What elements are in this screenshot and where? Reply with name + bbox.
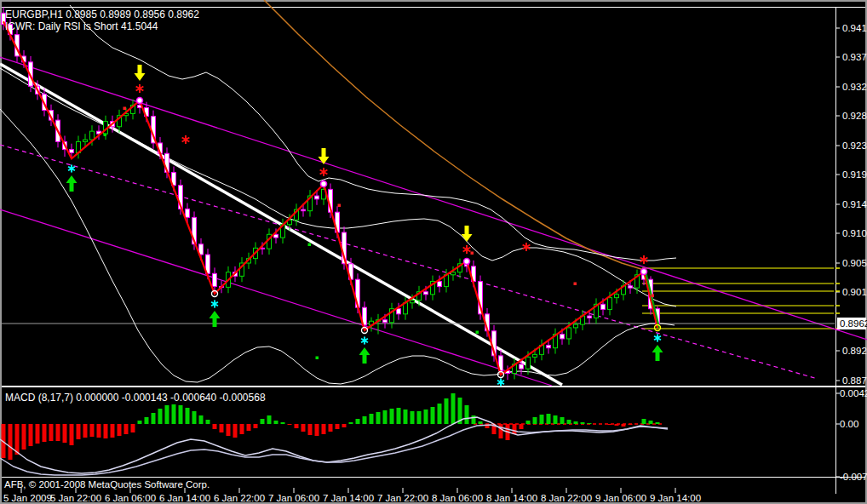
macd-hist-bar-up bbox=[158, 409, 163, 424]
macd-hist-bar-up bbox=[356, 419, 360, 424]
macd-hist-bar-up bbox=[533, 417, 537, 424]
green-dot bbox=[476, 331, 479, 335]
bear-candle bbox=[383, 320, 388, 323]
pivot-high-circle bbox=[137, 98, 143, 104]
macd-hist-bar-down bbox=[70, 424, 74, 445]
chart-window: 0.94150.93700.93250.92800.92350.91900.91… bbox=[0, 0, 867, 504]
macd-hist-bar-up bbox=[526, 421, 531, 424]
bear-candle bbox=[397, 309, 401, 314]
indicator-status-line: ICWR: Daily RSI is Short 41.5044 bbox=[5, 20, 158, 32]
macd-hist-bar-down bbox=[124, 424, 129, 434]
macd-hist-bar-up bbox=[349, 422, 353, 424]
macd-hist-bar-up bbox=[417, 411, 422, 424]
chart-svg: 0.94150.93700.93250.92800.92350.91900.91… bbox=[0, 0, 867, 504]
green-dot bbox=[316, 357, 319, 360]
time-axis-label: 8 Jan 06:00 bbox=[432, 493, 483, 503]
macd-hist-bar-up bbox=[451, 393, 456, 424]
macd-hist-bar-down bbox=[247, 424, 251, 431]
price-axis-label: 0.9280 bbox=[842, 111, 867, 121]
macd-hist-bar-down bbox=[43, 424, 47, 442]
macd-hist-bar-up bbox=[642, 419, 646, 424]
time-axis-label: 9 Jan 14:00 bbox=[650, 493, 701, 503]
macd-hist-bar-up bbox=[479, 421, 483, 424]
time-axis-label: 9 Jan 06:00 bbox=[595, 493, 646, 503]
macd-hist-bar-down bbox=[49, 424, 54, 441]
bear-candle bbox=[588, 316, 592, 318]
macd-hist-bar-down bbox=[499, 424, 503, 438]
macd-hist-bar-up bbox=[179, 405, 183, 424]
macd-hist-bar-down bbox=[77, 424, 81, 439]
macd-hist-bar-up bbox=[152, 413, 156, 424]
macd-hist-bar-down bbox=[22, 424, 26, 450]
price-axis-label: 0.9145 bbox=[842, 199, 867, 209]
bull-candle bbox=[411, 301, 415, 303]
pivot-high-circle bbox=[321, 181, 327, 187]
pivot-high-circle bbox=[464, 259, 470, 265]
macd-hist-bar-up bbox=[261, 419, 265, 424]
macd-hist-bar-down bbox=[254, 424, 258, 428]
current-price-label: 0.8962 bbox=[840, 318, 867, 329]
macd-hist-bar-up bbox=[274, 421, 278, 424]
macd-hist-bar-up bbox=[574, 421, 578, 424]
macd-hist-bar-up bbox=[370, 414, 374, 424]
macd-hist-bar-down bbox=[227, 424, 231, 436]
bull-candle bbox=[608, 298, 612, 310]
bear-candle bbox=[70, 150, 74, 153]
macd-indicator-label: MACD (8,17,7) 0.000000 -0.000143 -0.0006… bbox=[5, 392, 266, 404]
macd-hist-bar-up bbox=[560, 417, 565, 424]
macd-hist-bar-down bbox=[240, 424, 244, 434]
macd-hist-bar-up bbox=[554, 415, 558, 424]
bull-candle bbox=[574, 324, 578, 328]
time-axis-label: 5 Jan 22:00 bbox=[50, 493, 101, 503]
pivot-high-circle bbox=[641, 269, 647, 275]
price-axis-label: 0.8875 bbox=[842, 375, 867, 386]
macd-hist-bar-up bbox=[445, 398, 449, 424]
macd-hist-bar-up bbox=[390, 409, 394, 424]
macd-hist-bar-down bbox=[9, 424, 13, 460]
price-axis-label: 0.9010 bbox=[842, 287, 867, 297]
macd-hist-bar-down bbox=[608, 424, 612, 425]
time-axis-label: 6 Jan 22:00 bbox=[214, 493, 265, 503]
red-dot bbox=[574, 283, 577, 286]
macd-hist-bar-down bbox=[213, 424, 217, 429]
macd-axis-label: 0.00 bbox=[840, 419, 858, 429]
macd-hist-bar-down bbox=[233, 424, 238, 438]
macd-hist-bar-up bbox=[424, 410, 428, 424]
macd-hist-bar-down bbox=[83, 424, 88, 438]
macd-hist-bar-up bbox=[411, 411, 415, 424]
macd-hist-bar-up bbox=[656, 422, 660, 424]
macd-hist-bar-up bbox=[186, 408, 190, 424]
time-axis-label: 7 Jan 06:00 bbox=[268, 493, 319, 503]
macd-hist-bar-down bbox=[97, 424, 101, 438]
time-axis-label: 5 Jan 2009 bbox=[3, 493, 52, 503]
bear-candle bbox=[629, 286, 633, 288]
bull-candle bbox=[533, 354, 537, 357]
bear-candle bbox=[560, 335, 565, 339]
macd-hist-bar-down bbox=[295, 424, 299, 428]
macd-hist-bar-up bbox=[192, 411, 197, 424]
macd-hist-bar-down bbox=[513, 424, 517, 434]
macd-hist-bar-down bbox=[322, 424, 326, 434]
macd-hist-bar-up bbox=[383, 410, 388, 424]
red-dot bbox=[471, 252, 474, 255]
bear-candle bbox=[547, 346, 551, 348]
macd-hist-bar-up bbox=[540, 415, 544, 424]
macd-hist-bar-down bbox=[111, 424, 115, 438]
macd-hist-bar-up bbox=[404, 410, 408, 424]
copyright-text: AFB, © 2001-2008 MetaQuotes Software Cor… bbox=[4, 479, 210, 490]
macd-hist-bar-down bbox=[118, 424, 122, 436]
bear-candle bbox=[213, 273, 217, 286]
price-axis-label: 0.9100 bbox=[842, 228, 867, 238]
macd-hist-bar-down bbox=[220, 424, 224, 432]
macd-hist-bar-down bbox=[29, 424, 33, 446]
price-axis-label: 0.8920 bbox=[842, 346, 867, 356]
macd-hist-bar-up bbox=[145, 417, 149, 424]
bull-candle bbox=[615, 295, 619, 298]
bear-candle bbox=[301, 209, 306, 211]
bull-candle bbox=[567, 328, 571, 339]
macd-hist-bar-down bbox=[622, 424, 626, 427]
macd-hist-bar-up bbox=[588, 423, 592, 424]
macd-hist-bar-down bbox=[615, 424, 619, 426]
green-dot bbox=[104, 134, 107, 137]
bear-candle bbox=[315, 196, 319, 199]
